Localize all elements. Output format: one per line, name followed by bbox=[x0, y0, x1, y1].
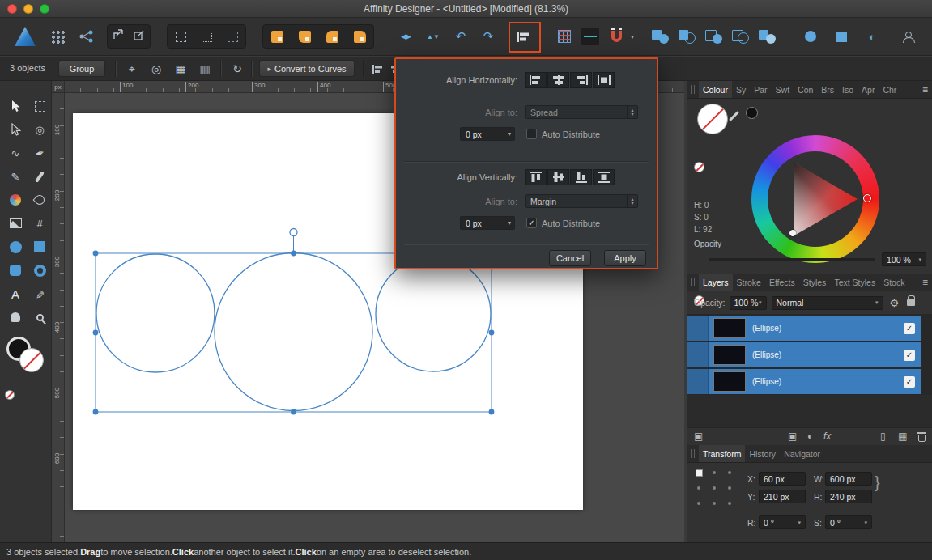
corner-tool[interactable]: ∿ bbox=[5, 142, 26, 163]
align-middle-vertically-button[interactable] bbox=[547, 169, 569, 185]
no-colour-button[interactable] bbox=[694, 162, 704, 172]
rotate-cw-button[interactable]: ↷ bbox=[476, 24, 500, 49]
tab-navigator[interactable]: Navigator bbox=[780, 445, 824, 462]
panel-menu-icon[interactable]: ≡ bbox=[922, 277, 928, 288]
stroke-colour-well[interactable] bbox=[746, 107, 758, 119]
close-window-button[interactable] bbox=[7, 4, 17, 14]
tab-brs[interactable]: Brs bbox=[817, 81, 838, 98]
shear-dropdown[interactable]: 0 ° ▾ bbox=[825, 515, 872, 529]
tab-history[interactable]: History bbox=[745, 445, 780, 462]
stepper-icon[interactable]: ▴▾ bbox=[627, 195, 637, 207]
insert-behind-button[interactable] bbox=[271, 31, 283, 43]
vector-crop-tool[interactable]: # bbox=[29, 213, 50, 234]
align-left-button[interactable] bbox=[525, 72, 547, 88]
tab-effects[interactable]: Effects bbox=[765, 274, 799, 291]
layer-thumbnail[interactable] bbox=[713, 371, 746, 392]
stepper-icon[interactable]: ▴▾ bbox=[627, 106, 637, 118]
designer-persona-button[interactable] bbox=[13, 24, 37, 49]
tab-styles[interactable]: Styles bbox=[799, 274, 831, 291]
colour-picker-icon[interactable] bbox=[729, 111, 739, 121]
align-shortcut-button-1[interactable] bbox=[369, 60, 387, 78]
ellipse-shape-1[interactable] bbox=[96, 254, 215, 372]
horizontal-offset-dropdown[interactable]: 0 px ▾ bbox=[460, 127, 515, 141]
layer-effects-icon[interactable]: fx bbox=[823, 431, 831, 442]
hide-selection-toggle[interactable]: ◎ bbox=[147, 60, 165, 78]
view-option-button-2[interactable] bbox=[829, 24, 853, 49]
tab-par[interactable]: Par bbox=[750, 81, 771, 98]
snapping-manager-button[interactable] bbox=[578, 24, 602, 49]
space-vertically-button[interactable] bbox=[593, 169, 615, 185]
zoom-window-button[interactable] bbox=[40, 4, 49, 14]
selection-handles[interactable] bbox=[93, 251, 495, 415]
ellipse-shape-3[interactable] bbox=[376, 257, 491, 371]
ellipse-tool[interactable] bbox=[5, 236, 26, 257]
align-bottom-button[interactable] bbox=[570, 169, 592, 185]
align-right-button[interactable] bbox=[570, 72, 592, 88]
tab-stroke[interactable]: Stroke bbox=[733, 274, 765, 291]
tab-transform[interactable]: Transform bbox=[699, 445, 745, 462]
panel-grip[interactable] bbox=[691, 278, 695, 286]
node-tool[interactable] bbox=[5, 119, 26, 140]
align-top-button[interactable] bbox=[525, 169, 547, 185]
rotate-ccw-button[interactable]: ↶ bbox=[449, 24, 473, 49]
resize-document-button[interactable] bbox=[134, 29, 145, 44]
rotation-dropdown[interactable]: 0 ° ▾ bbox=[759, 515, 806, 529]
layer-row-3[interactable]: (Ellipse) ✓ bbox=[687, 369, 921, 394]
boolean-combine-button[interactable] bbox=[755, 24, 779, 49]
tab-swt[interactable]: Swt bbox=[772, 81, 794, 98]
export-persona-button[interactable] bbox=[74, 24, 99, 49]
apply-button[interactable]: Apply bbox=[604, 250, 646, 266]
layer-visibility-checkbox[interactable]: ✓ bbox=[904, 323, 915, 334]
tab-sy[interactable]: Sy bbox=[732, 81, 750, 98]
align-to-dropdown-horizontal[interactable]: Spread ▴▾ bbox=[525, 105, 638, 119]
show-grid-button[interactable] bbox=[552, 24, 577, 49]
move-tool[interactable] bbox=[5, 95, 26, 117]
transform-separately-toggle[interactable]: ▥ bbox=[196, 60, 214, 78]
convert-to-curves-button[interactable]: ▸ Convert to Curves bbox=[259, 60, 355, 77]
y-input[interactable]: 210 px bbox=[759, 490, 806, 503]
auto-distribute-checkbox-vertical[interactable]: ✓ bbox=[526, 218, 537, 228]
vertical-offset-dropdown[interactable]: 0 px ▾ bbox=[460, 216, 515, 230]
boolean-divide-button[interactable] bbox=[728, 24, 752, 49]
group-button[interactable]: Group bbox=[58, 60, 105, 77]
view-option-button-3[interactable]: ◐ bbox=[860, 24, 884, 49]
rotation-button[interactable]: ↻ bbox=[228, 60, 246, 78]
snapping-toggle-button[interactable] bbox=[604, 24, 628, 49]
blend-options-gear-icon[interactable]: ⚙ bbox=[890, 297, 900, 309]
layer-visibility-checkbox[interactable]: ✓ bbox=[904, 376, 915, 388]
edit-selection-bounds-button[interactable] bbox=[176, 32, 186, 42]
picture-frame-tool[interactable] bbox=[5, 213, 26, 234]
boolean-intersect-button[interactable] bbox=[701, 24, 726, 49]
place-image-button[interactable] bbox=[113, 29, 124, 44]
opacity-dropdown[interactable]: 100 % ▾ bbox=[882, 252, 926, 266]
pencil-tool[interactable]: ✎ bbox=[5, 166, 26, 187]
transform-origin-button[interactable] bbox=[202, 32, 212, 42]
blend-mode-dropdown[interactable]: Normal ▾ bbox=[772, 296, 883, 310]
view-tool[interactable] bbox=[5, 307, 26, 328]
tab-apr[interactable]: Apr bbox=[858, 81, 879, 98]
adjustment-layer-icon[interactable]: ◐ bbox=[807, 431, 813, 442]
layer-thumbnail[interactable] bbox=[713, 345, 746, 365]
vector-brush-tool[interactable] bbox=[29, 166, 50, 187]
my-account-button[interactable] bbox=[896, 24, 920, 49]
mask-layer-icon[interactable]: ▣ bbox=[788, 431, 797, 442]
align-to-dropdown-vertical[interactable]: Margin ▴▾ bbox=[525, 194, 638, 208]
show-alignment-handles-toggle[interactable]: ▦ bbox=[172, 60, 189, 78]
auto-distribute-checkbox-horizontal[interactable] bbox=[526, 129, 537, 139]
tab-colour[interactable]: Colour bbox=[699, 81, 732, 98]
cycle-selection-box-button[interactable] bbox=[228, 32, 238, 42]
align-center-horizontally-button[interactable] bbox=[547, 72, 569, 88]
insert-inside-button[interactable] bbox=[326, 31, 338, 43]
new-pixel-layer-icon[interactable]: ▦ bbox=[898, 431, 907, 442]
insert-in-front-button[interactable] bbox=[299, 31, 311, 43]
view-option-button-1[interactable] bbox=[798, 24, 823, 49]
artboard-tool[interactable] bbox=[29, 95, 50, 117]
rounded-rectangle-tool[interactable] bbox=[5, 260, 26, 281]
panel-grip[interactable] bbox=[691, 449, 695, 458]
flip-horizontal-button[interactable]: ◀▶ bbox=[394, 24, 418, 49]
insert-on-top-button[interactable] bbox=[354, 31, 366, 43]
layer-row-2[interactable]: (Ellipse) ✓ bbox=[687, 342, 921, 367]
alignment-button[interactable] bbox=[512, 24, 536, 49]
tab-iso[interactable]: Iso bbox=[838, 81, 858, 98]
transform-origin-toggle[interactable]: ⌖ bbox=[123, 60, 141, 78]
